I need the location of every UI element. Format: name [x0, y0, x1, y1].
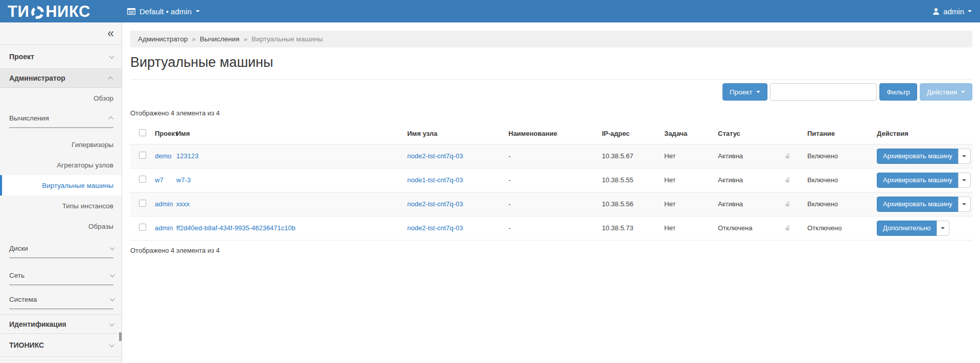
row-action-button[interactable]: Архивировать машину — [877, 173, 959, 188]
filter-button[interactable]: Фильтр — [879, 83, 917, 101]
instance-name-link[interactable]: ff2d40ed-b8af-434f-9935-46236471c10b — [176, 224, 295, 232]
row-action-dropdown[interactable] — [958, 173, 971, 188]
sidebar-scrollbar[interactable] — [119, 332, 122, 341]
collapse-sidebar-icon[interactable]: « — [107, 28, 114, 39]
row-checkbox[interactable] — [139, 152, 146, 159]
row-action-button[interactable]: Архивировать машину — [877, 197, 959, 212]
search-input[interactable] — [770, 83, 877, 101]
filter-button-label: Фильтр — [886, 88, 909, 96]
row-action-button[interactable]: Дополнительно — [877, 221, 937, 236]
sidebar-item-flavors[interactable]: Типы инстансов — [0, 196, 122, 216]
row-action-dropdown[interactable] — [937, 221, 949, 236]
sidebar-group-label: Система — [9, 296, 37, 303]
user-menu[interactable]: admin — [932, 0, 972, 22]
sidebar-item-label: Проект — [9, 53, 34, 61]
host-link[interactable]: node2-tst-cnt7q-03 — [407, 200, 463, 208]
col-header-naming: Наименование — [504, 124, 598, 144]
table-row: w7w7-3node1-tst-cnt7q-03-10.38.5.55НетАк… — [130, 168, 972, 192]
instance-name-link[interactable]: w7-3 — [176, 176, 191, 184]
host-link[interactable]: node1-tst-cnt7q-03 — [407, 176, 463, 184]
table-row: adminff2d40ed-b8af-434f-9935-46236471c10… — [130, 216, 972, 240]
table-toolbar: Проект Фильтр Действия — [130, 83, 972, 101]
select-all-checkbox[interactable] — [139, 129, 146, 136]
sidebar-item-tionix[interactable]: ТИОНИКС — [0, 334, 122, 357]
table-row: demo123123node2-tst-cnt7q-03-10.38.5.67Н… — [130, 144, 972, 168]
user-menu-label: admin — [943, 7, 964, 16]
breadcrumb-admin[interactable]: Администратор — [138, 35, 188, 43]
ip-cell: 10.38.5.56 — [598, 192, 660, 216]
table-body: demo123123node2-tst-cnt7q-03-10.38.5.67Н… — [130, 144, 972, 240]
page-title: Виртуальные машины — [130, 55, 972, 70]
sidebar-item-instances[interactable]: Виртуальные машины — [0, 175, 122, 196]
chevron-down-icon — [109, 342, 114, 347]
project-link[interactable]: w7 — [155, 176, 164, 184]
unlock-icon — [784, 152, 791, 160]
col-header-power: Питание — [803, 124, 873, 144]
sidebar-item-label: Идентификация — [9, 320, 66, 328]
breadcrumb-compute[interactable]: Вычисления — [200, 35, 240, 43]
sidebar-item-label: Типы инстансов — [62, 202, 113, 210]
sidebar-item-project[interactable]: Проект — [0, 45, 122, 69]
instance-name-link[interactable]: xxxx — [176, 200, 190, 208]
project-filter-label: Проект — [730, 88, 752, 96]
sidebar-item-label: Образы — [88, 223, 113, 230]
logo-text-left: ТИ — [8, 3, 29, 21]
unlock-icon — [784, 176, 791, 184]
project-link[interactable]: demo — [155, 152, 172, 160]
chevron-down-icon — [110, 296, 115, 301]
chevron-down-icon — [110, 272, 115, 277]
caret-down-icon — [961, 91, 965, 93]
sidebar-item-label: Администратор — [9, 74, 65, 82]
host-link[interactable]: node2-tst-cnt7q-03 — [407, 224, 463, 232]
sidebar-item-images[interactable]: Образы — [0, 216, 122, 236]
col-header-task: Задача — [660, 124, 714, 144]
col-header-ip: IP-адрес — [598, 124, 660, 144]
row-checkbox[interactable] — [139, 176, 146, 183]
row-action-button[interactable]: Архивировать машину — [877, 149, 959, 164]
domain-list-icon — [127, 8, 135, 15]
sidebar-item-hypervisors[interactable]: Гипервизоры — [0, 134, 122, 155]
instance-name-link[interactable]: 123123 — [176, 152, 198, 160]
sidebar-item-label: ТИОНИКС — [9, 341, 44, 349]
naming-cell: - — [504, 192, 598, 216]
sidebar-item-admin[interactable]: Администратор — [0, 69, 122, 88]
naming-cell: - — [504, 168, 598, 192]
actions-dropdown[interactable]: Действия — [920, 83, 972, 101]
project-link[interactable]: admin — [155, 224, 173, 232]
table-header-row: Проект Имя Имя узла Наименование IP-адре… — [130, 124, 972, 144]
sidebar-group-network[interactable]: Сеть — [9, 266, 113, 285]
sidebar-group-system[interactable]: Система — [9, 290, 113, 309]
sidebar-group-compute[interactable]: Вычисления — [9, 109, 113, 128]
project-filter-dropdown[interactable]: Проект — [722, 83, 767, 101]
sidebar-item-label: Обзор — [94, 94, 113, 102]
sidebar-item-label: Агрегаторы узлов — [57, 161, 113, 169]
project-link[interactable]: admin — [155, 200, 173, 208]
sidebar-item-overview[interactable]: Обзор — [0, 88, 122, 109]
sidebar-group-volumes[interactable]: Диски — [9, 239, 113, 258]
sidebar-item-label: Виртуальные машины — [42, 182, 113, 189]
chevron-up-icon — [108, 116, 113, 121]
status-cell: Активна — [714, 192, 780, 216]
tionix-dashboard: ТИ НИКС Default • admin admin — [0, 0, 980, 363]
host-link[interactable]: node2-tst-cnt7q-03 — [407, 152, 463, 160]
power-cell: Включено — [803, 144, 873, 168]
row-checkbox[interactable] — [139, 224, 146, 231]
sidebar-item-identity[interactable]: Идентификация — [0, 315, 122, 334]
power-cell: Включено — [803, 168, 873, 192]
caret-down-icon — [962, 155, 966, 157]
sidebar-group-label: Вычисления — [9, 114, 49, 122]
items-count-bottom: Отображено 4 элемента из 4 — [130, 247, 972, 254]
context-switcher[interactable]: Default • admin — [127, 0, 200, 22]
col-header-status: Статус — [714, 124, 780, 144]
row-checkbox[interactable] — [139, 200, 146, 207]
sidebar-item-host-aggregates[interactable]: Агрегаторы узлов — [0, 155, 122, 175]
sidebar-compute-items: Гипервизоры Агрегаторы узлов Виртуальные… — [0, 128, 122, 239]
ip-cell: 10.38.5.67 — [598, 144, 660, 168]
status-cell: Активна — [714, 144, 780, 168]
row-action-dropdown[interactable] — [958, 197, 971, 212]
unlock-icon — [784, 224, 791, 232]
task-cell: Нет — [660, 144, 714, 168]
col-header-host: Имя узла — [403, 124, 504, 144]
naming-cell: - — [504, 216, 598, 240]
row-action-dropdown[interactable] — [958, 149, 971, 164]
